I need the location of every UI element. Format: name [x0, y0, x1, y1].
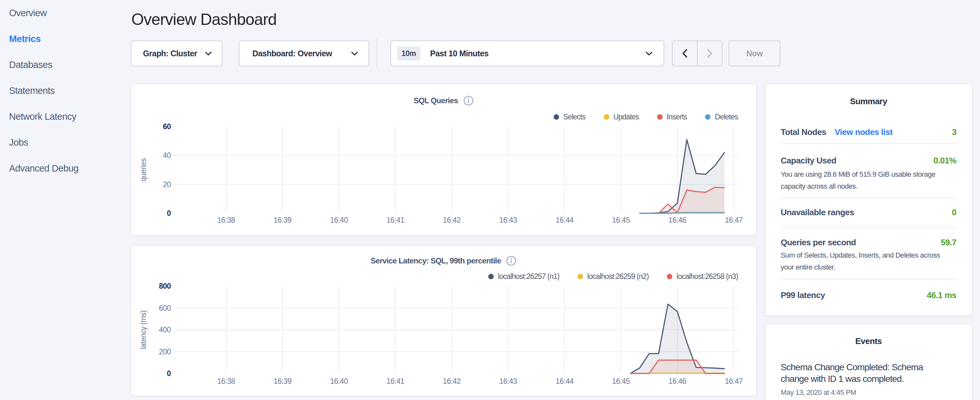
dashboard-dropdown-label: Dashboard: Overview: [252, 49, 332, 58]
svg-text:16:45: 16:45: [612, 216, 630, 224]
summary-divider: [781, 279, 956, 280]
time-window-label: Past 10 Minutes: [430, 49, 646, 58]
summary-title: Summary: [765, 96, 972, 107]
chevron-down-icon: [351, 51, 358, 56]
summary-row-value: 0: [952, 207, 956, 217]
chevron-left-icon: [682, 49, 687, 58]
summary-row-label: Queries per second: [781, 237, 856, 247]
summary-row-label: Capacity Used: [781, 156, 836, 166]
sidebar-item-databases[interactable]: Databases: [0, 52, 113, 78]
summary-row-value: 59.7: [941, 237, 956, 247]
svg-text:16:38: 16:38: [217, 377, 235, 386]
chevron-down-icon: [205, 51, 212, 56]
svg-text:16:39: 16:39: [274, 216, 291, 224]
graph-dropdown[interactable]: Graph: Cluster: [131, 40, 222, 66]
svg-text:16:47: 16:47: [725, 216, 743, 224]
page-title: Overview Dashboard: [131, 10, 277, 29]
svg-text:16:43: 16:43: [499, 216, 517, 224]
svg-text:16:41: 16:41: [386, 216, 404, 224]
svg-text:16:39: 16:39: [274, 377, 291, 386]
sql-queries-chart: 020406016:3816:3916:4016:4116:4216:4316:…: [131, 84, 756, 235]
time-window-selector[interactable]: 10m Past 10 Minutes: [390, 40, 664, 66]
summary-row-value: 3: [952, 127, 956, 137]
chevron-right-icon: [707, 49, 713, 58]
svg-text:queries: queries: [139, 158, 148, 182]
events-title: Events: [765, 336, 972, 346]
sql-queries-chart-panel: SQL Queries SelectsUpdatesInsertsDeletes…: [130, 83, 757, 236]
svg-text:200: 200: [159, 347, 171, 356]
svg-text:16:41: 16:41: [386, 377, 404, 386]
svg-text:16:47: 16:47: [725, 377, 743, 386]
chevron-down-icon: [646, 51, 652, 56]
svg-text:16:45: 16:45: [612, 377, 630, 386]
service-latency-chart-panel: Service Latency: SQL, 99th percentile lo…: [130, 245, 757, 397]
graph-dropdown-label: Graph: Cluster: [143, 49, 197, 58]
events-panel: Events Schema Change Completed: Schema c…: [765, 324, 972, 400]
toolbar-divider: [376, 39, 377, 69]
summary-row-total-nodes: Total Nodes View nodes list 3: [781, 124, 956, 139]
svg-text:16:38: 16:38: [217, 216, 235, 224]
service-latency-chart: 020040060080016:3816:3916:4016:4116:4216…: [131, 245, 756, 396]
sidebar-item-overview[interactable]: Overview: [0, 0, 113, 26]
svg-text:16:44: 16:44: [555, 216, 574, 224]
svg-text:16:46: 16:46: [668, 216, 686, 224]
svg-text:60: 60: [163, 122, 171, 131]
summary-row-queries-per-second: Queries per second 59.7: [781, 235, 956, 250]
summary-row-subtext: You are using 28.6 MiB of 515.9 GiB usab…: [781, 168, 949, 192]
sidebar-item-network-latency[interactable]: Network Latency: [0, 104, 113, 129]
view-nodes-list-link[interactable]: View nodes list: [835, 127, 892, 137]
sidebar-item-statements[interactable]: Statements: [0, 78, 113, 104]
now-button[interactable]: Now: [729, 40, 780, 66]
summary-divider: [781, 227, 956, 228]
svg-text:16:40: 16:40: [330, 216, 348, 224]
svg-text:400: 400: [159, 325, 171, 334]
svg-text:20: 20: [163, 180, 171, 189]
summary-row-value: 46.1 ms: [927, 290, 957, 300]
svg-text:800: 800: [159, 282, 171, 290]
svg-text:0: 0: [167, 369, 171, 378]
summary-row-label: P99 latency: [781, 290, 825, 300]
summary-row-p99-latency: P99 latency 46.1 ms: [781, 288, 956, 303]
svg-text:0: 0: [167, 209, 171, 217]
svg-text:16:44: 16:44: [555, 377, 574, 386]
prev-time-button[interactable]: [673, 41, 697, 66]
summary-divider: [781, 198, 956, 198]
svg-text:16:40: 16:40: [330, 377, 348, 386]
svg-text:40: 40: [163, 151, 171, 159]
next-time-button[interactable]: [698, 41, 722, 66]
time-window-badge: 10m: [397, 46, 420, 61]
svg-text:16:46: 16:46: [668, 377, 686, 386]
summary-panel: Summary Total Nodes View nodes list 3 Ca…: [765, 83, 972, 316]
summary-row-label: Unavailable ranges: [781, 207, 854, 217]
sidebar-item-advanced-debug[interactable]: Advanced Debug: [0, 155, 113, 181]
svg-text:latency (ms): latency (ms): [139, 310, 148, 349]
sidebar-item-jobs[interactable]: Jobs: [0, 129, 113, 155]
svg-text:16:43: 16:43: [499, 377, 517, 386]
summary-row-value: 0.01%: [934, 156, 956, 166]
svg-text:16:42: 16:42: [443, 216, 461, 224]
event-timestamp: May 13, 2020 at 4:45 PM: [781, 388, 958, 397]
svg-text:16:42: 16:42: [443, 377, 461, 386]
summary-divider: [781, 143, 956, 144]
summary-row-unavailable-ranges: Unavailable ranges 0: [781, 205, 956, 220]
event-message[interactable]: Schema Change Completed: Schema change w…: [781, 362, 939, 385]
summary-row-subtext: Sum of Selects, Updates, Inserts, and De…: [781, 249, 949, 273]
summary-row-capacity-used: Capacity Used 0.01%: [781, 153, 956, 168]
dashboard-dropdown[interactable]: Dashboard: Overview: [239, 40, 369, 66]
sidebar: OverviewMetricsDatabasesStatementsNetwor…: [0, 0, 113, 400]
sidebar-item-metrics[interactable]: Metrics: [0, 26, 113, 52]
sidebar-nav: OverviewMetricsDatabasesStatementsNetwor…: [0, 0, 113, 181]
summary-row-label: Total Nodes: [781, 127, 826, 137]
svg-text:600: 600: [159, 304, 171, 312]
time-step-buttons: [672, 40, 722, 66]
